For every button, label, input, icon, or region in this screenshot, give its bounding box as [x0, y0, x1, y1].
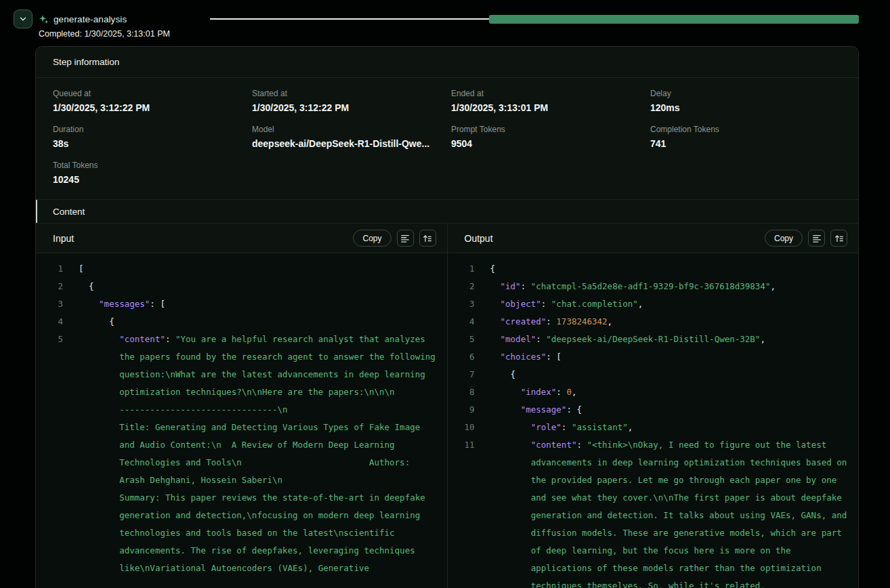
- line-number: 3: [456, 295, 475, 313]
- step-field: Total Tokens10245: [53, 161, 244, 186]
- field-label: Queued at: [53, 89, 244, 98]
- code-token: :: [521, 281, 531, 291]
- line-content: "choices": [: [490, 348, 859, 366]
- code-token: "id": [501, 281, 521, 291]
- input-copy-button[interactable]: Copy: [353, 230, 391, 247]
- field-value: 741: [650, 138, 841, 150]
- code-token: {: [109, 316, 114, 327]
- field-label: Prompt Tokens: [451, 125, 642, 134]
- line-number: 11: [456, 436, 475, 588]
- code-token: :: [546, 316, 556, 327]
- code-token: [: [79, 264, 84, 274]
- step-name: generate-analysis: [54, 14, 127, 24]
- code-token: "created": [501, 316, 547, 327]
- code-token: ,: [770, 281, 776, 291]
- line-content: {: [79, 278, 447, 295]
- code-token: ,: [760, 334, 765, 344]
- code-token: 1738246342: [556, 316, 607, 327]
- field-value: 10245: [53, 173, 244, 186]
- step-title-row: generate-analysis: [39, 9, 210, 28]
- input-code[interactable]: 1[2{3"messages": [4{5"content": "You are…: [36, 253, 447, 588]
- wrap-lines-icon: [400, 234, 410, 243]
- line-content: [: [79, 260, 447, 278]
- input-title: Input: [53, 233, 74, 244]
- field-label: Delay: [650, 89, 841, 98]
- step-field: Ended at1/30/2025, 3:13:01 PM: [451, 89, 642, 114]
- wrap-lines-icon: [812, 234, 822, 243]
- code-token: "deepseek-ai/DeepSeek-R1-Distill-Qwen-32…: [546, 334, 760, 344]
- field-value: 1/30/2025, 3:12:22 PM: [252, 102, 443, 114]
- code-token: : [: [150, 299, 165, 309]
- code-token: "assistant": [572, 422, 628, 432]
- code-line: 4"created": 1738246342,: [456, 313, 859, 331]
- code-token: "content": [531, 440, 577, 450]
- output-format-button[interactable]: [830, 230, 847, 247]
- code-token: ,: [638, 299, 643, 309]
- code-line: 9"message": {: [456, 401, 859, 419]
- code-line: 2"id": "chatcmpl-5a5d2e8e-adf1-9329-bf9c…: [456, 278, 859, 295]
- code-token: ,: [628, 422, 633, 432]
- line-number: 9: [456, 401, 475, 419]
- code-line: 8"index": 0,: [456, 383, 859, 401]
- timeline-duration-bar[interactable]: [489, 15, 859, 24]
- line-content: {: [490, 260, 859, 278]
- chevron-down-icon: [18, 14, 28, 24]
- input-format-button[interactable]: [419, 230, 436, 247]
- field-value: 38s: [53, 138, 244, 150]
- field-label: Ended at: [451, 89, 642, 98]
- sparkles-icon: [39, 14, 49, 24]
- field-value: 120ms: [650, 102, 841, 114]
- line-content: "object": "chat.completion",: [490, 295, 859, 313]
- code-line: 11"content": "<think>\nOkay, I need to f…: [456, 436, 859, 588]
- code-line: 10"role": "assistant",: [456, 419, 859, 436]
- line-number: 2: [456, 278, 475, 295]
- code-token: :: [536, 334, 546, 344]
- run-header: generate-analysis Completed: 1/30/2025, …: [0, 0, 890, 46]
- line-content: "role": "assistant",: [490, 419, 859, 436]
- line-content: "message": {: [490, 401, 859, 419]
- code-token: : [: [546, 352, 561, 362]
- input-wrap-button[interactable]: [397, 230, 414, 247]
- code-token: ,: [572, 387, 577, 397]
- output-copy-button[interactable]: Copy: [765, 230, 803, 247]
- field-value: deepseek-ai/DeepSeek-R1-Distill-Qwe...: [252, 138, 443, 150]
- output-pane: Output Copy: [448, 224, 859, 588]
- code-token: :: [556, 387, 566, 397]
- code-token: "index": [521, 387, 557, 397]
- content-section-header: Content: [36, 199, 858, 224]
- code-token: "choices": [501, 352, 547, 362]
- step-field: Modeldeepseek-ai/DeepSeek-R1-Distill-Qwe…: [252, 125, 443, 150]
- step-field: Started at1/30/2025, 3:12:22 PM: [252, 89, 443, 114]
- output-wrap-button[interactable]: [808, 230, 825, 247]
- line-number: 5: [456, 331, 475, 348]
- code-token: {: [490, 264, 496, 274]
- code-token: "You are a helpful research analyst that…: [119, 334, 446, 573]
- line-number: 5: [44, 331, 63, 577]
- code-token: {: [511, 369, 516, 379]
- code-line: 4{: [44, 313, 447, 331]
- arrow-up-lines-icon: [423, 234, 432, 243]
- content-title: Content: [53, 207, 85, 217]
- field-value: 1/30/2025, 3:12:22 PM: [53, 102, 244, 114]
- arrow-up-lines-icon: [834, 234, 844, 243]
- code-token: "<think>\nOkay, I need to figure out the…: [531, 440, 852, 588]
- code-line: 2{: [44, 278, 447, 295]
- step-field: Completion Tokens741: [650, 125, 841, 150]
- step-field: Duration38s: [53, 125, 244, 150]
- line-content: "index": 0,: [490, 383, 859, 401]
- input-toolbar-actions: Copy: [353, 230, 436, 247]
- output-code[interactable]: 1{2"id": "chatcmpl-5a5d2e8e-adf1-9329-bf…: [448, 253, 859, 588]
- line-number: 8: [456, 383, 475, 401]
- line-number: 4: [456, 313, 475, 331]
- line-number: 4: [44, 313, 63, 331]
- line-content: "messages": [: [79, 295, 447, 313]
- collapse-step-button[interactable]: [14, 9, 33, 28]
- code-token: "model": [501, 334, 536, 344]
- code-line: 1[: [44, 260, 447, 278]
- line-number: 6: [456, 348, 475, 366]
- code-line: 3"messages": [: [44, 295, 447, 313]
- line-number: 10: [456, 419, 475, 436]
- io-panes: Input Copy: [36, 224, 858, 588]
- field-value: 1/30/2025, 3:13:01 PM: [451, 102, 642, 114]
- step-title-block: generate-analysis Completed: 1/30/2025, …: [39, 9, 210, 39]
